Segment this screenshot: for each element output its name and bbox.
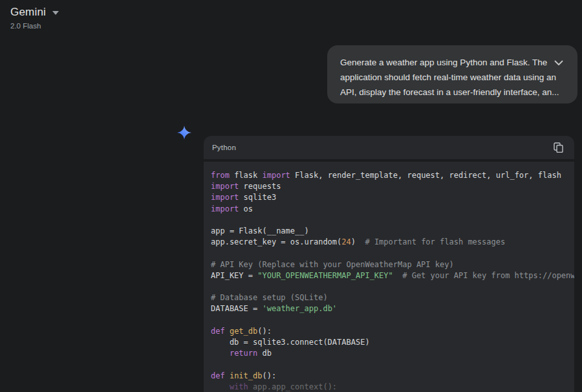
copy-icon [554, 142, 563, 153]
code-line: import requests [211, 181, 574, 192]
user-prompt-bubble[interactable]: Generate a weather app using Python and … [327, 45, 577, 103]
code-line: # Database setup (SQLite) [211, 292, 574, 303]
code-line: from flask import Flask, render_template… [211, 170, 574, 181]
code-line [211, 281, 574, 292]
code-line [211, 359, 574, 370]
code-line: import os [211, 204, 574, 215]
caret-down-icon [52, 11, 59, 15]
code-language-label: Python [212, 144, 236, 151]
code-line: import sqlite3 [211, 192, 574, 203]
code-line: app = Flask(__name__) [211, 226, 574, 237]
app-title: Gemini [10, 6, 46, 19]
user-prompt-line: Generate a weather app using Python and … [340, 55, 543, 70]
code-line [211, 315, 574, 326]
code-line: app.secret_key = os.urandom(24) # Import… [211, 237, 574, 248]
app-header: Gemini 2.0 Flash [10, 6, 59, 30]
copy-code-button[interactable] [551, 140, 565, 155]
gemini-sparkle-icon [177, 125, 191, 140]
model-name: 2.0 Flash [10, 22, 59, 30]
code-line: def get_db(): [211, 326, 574, 337]
expand-prompt-button[interactable] [552, 56, 566, 70]
code-content[interactable]: from flask import Flask, render_template… [204, 162, 574, 392]
chevron-down-icon [554, 60, 563, 66]
gemini-chat-page: Gemini 2.0 Flash Generate a weather app … [0, 0, 582, 392]
user-prompt-line: application should fetch real-time weath… [340, 70, 543, 85]
code-line: return db [211, 348, 574, 359]
code-line: with app.app_context(): [211, 382, 574, 392]
code-line: API_KEY = "YOUR_OPENWEATHERMAP_API_KEY" … [211, 270, 574, 281]
code-block: Python from flask import Flask, render_t… [204, 136, 574, 392]
code-line: # API Key (Replace with your OpenWeather… [211, 259, 574, 270]
model-switcher[interactable]: Gemini [10, 6, 59, 19]
code-line: db = sqlite3.connect(DATABASE) [211, 337, 574, 348]
code-line [211, 215, 574, 226]
code-line: def init_db(): [211, 371, 574, 382]
code-block-header: Python [204, 136, 574, 159]
code-line: DATABASE = 'weather_app.db' [211, 303, 574, 314]
code-line [211, 248, 574, 259]
user-prompt-line: API, display the forecast in a user-frie… [340, 85, 543, 100]
